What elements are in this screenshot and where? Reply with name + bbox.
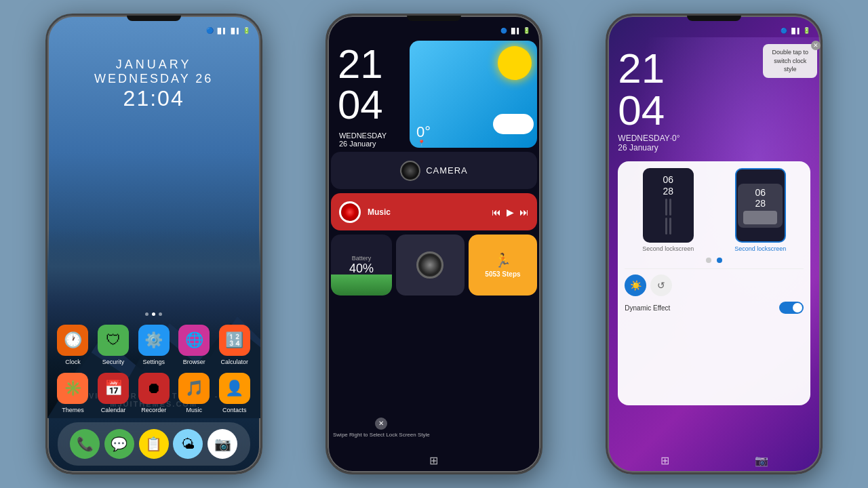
recorder-label: Recorder xyxy=(141,407,166,413)
phone2-status-bar: 🔵 ▐▌▌ 🔋 xyxy=(328,21,540,37)
contacts-icon: 👤 xyxy=(219,373,250,404)
calculator-icon: 🔢 xyxy=(219,325,250,356)
app-calendar[interactable]: 📅 Calendar xyxy=(96,373,131,413)
widget-day: WEDNESDAY xyxy=(339,131,406,140)
play-icon[interactable]: ▶ xyxy=(507,207,514,218)
widget-camera2[interactable] xyxy=(396,235,465,296)
dynamic-section: ☀️ ↺ Dynamic Effect xyxy=(625,268,804,314)
ls-option2[interactable]: 06 28 Second lockscreen xyxy=(717,168,804,252)
steps-count: 5053 Steps xyxy=(485,270,520,278)
signal-icon: ▐▌▌ xyxy=(216,28,227,34)
widget-date: WEDNESDAY 26 January xyxy=(331,131,406,148)
p2-apps-icon[interactable]: ⊞ xyxy=(429,454,438,467)
prev-icon[interactable]: ⏮ xyxy=(492,207,501,218)
battery-label: Battery xyxy=(349,255,374,262)
app-security[interactable]: 🛡 Security xyxy=(96,325,131,365)
clock-icon: 🕐 xyxy=(57,325,88,356)
clock-time: 21 04 xyxy=(338,44,399,125)
phone3-content: ✕ Double tap to switch clock style 21 04… xyxy=(608,37,821,449)
bottom-dock: 📞 💬 📋 🌤 📷 xyxy=(58,422,250,466)
calendar-label: Calendar xyxy=(101,407,126,413)
camera2-lens-icon xyxy=(416,251,443,279)
themes-label: Themes xyxy=(62,407,84,413)
browser-icon: 🌐 xyxy=(178,325,210,356)
dock-phone[interactable]: 📞 xyxy=(70,429,100,459)
dynamic-effect-row: Dynamic Effect xyxy=(625,302,804,314)
app-clock[interactable]: 🕐 Clock xyxy=(56,325,91,365)
ls-grid-cell1 xyxy=(665,199,667,216)
app-settings[interactable]: ⚙️ Settings xyxy=(136,325,172,365)
widget-weather[interactable]: 0° 📍 xyxy=(410,41,537,148)
sun-icon xyxy=(498,46,532,80)
p3-battery-icon: 🔋 xyxy=(803,27,810,34)
ls-preview2: 06 28 xyxy=(735,168,786,243)
phone3-status-bar: 🔵 ▐▌▌ 🔋 xyxy=(608,21,821,37)
music-controls: ⏮ ▶ ⏭ xyxy=(492,207,529,218)
phone2-content: 21 04 WEDNESDAY 26 January 0° 📍 xyxy=(328,37,540,449)
date-month: JANUARY xyxy=(47,58,260,72)
ls-grid xyxy=(663,197,674,237)
widget-date-text: 26 January xyxy=(339,140,406,148)
time-display: 21:04 xyxy=(47,86,260,111)
apps-grid-row1: 🕐 Clock 🛡 Security ⚙️ Settings 🌐 Browser… xyxy=(47,319,260,371)
themes-icon: ✳️ xyxy=(57,373,88,404)
widget-row-top: 21 04 WEDNESDAY 26 January 0° 📍 xyxy=(331,41,537,148)
music-icon: 🎵 xyxy=(178,373,210,404)
p3-apps-icon[interactable]: ⊞ xyxy=(660,454,669,467)
ls-option1-label: Second lockscreen xyxy=(642,245,694,252)
battery-bar xyxy=(331,274,392,296)
app-recorder[interactable]: ⏺ Recorder xyxy=(136,373,172,413)
next-icon[interactable]: ⏭ xyxy=(519,207,529,218)
contacts-label: Contacts xyxy=(222,407,247,413)
p3-camera-icon[interactable]: 📷 xyxy=(755,454,768,467)
app-themes[interactable]: ✳️ Themes xyxy=(56,373,91,413)
bluetooth-icon: 🔵 xyxy=(206,27,214,34)
app-browser[interactable]: 🌐 Browser xyxy=(176,325,212,365)
dock-weather[interactable]: 🌤 xyxy=(173,429,203,459)
widget-row-music: Music ⏮ ▶ ⏭ xyxy=(331,193,537,230)
selection-dots xyxy=(625,258,804,263)
ls-preview1-clock: 06 28 xyxy=(663,174,674,237)
widget-steps: 🏃 5053 Steps xyxy=(469,235,537,296)
phone3-bottom: ⊞ 📷 xyxy=(608,449,821,472)
music-vinyl-icon xyxy=(339,201,361,223)
weather-temp: 0° xyxy=(416,123,431,141)
page-dot-3 xyxy=(159,312,162,316)
phone1: 🔵 ▐▌▌ ▐▌▌ 🔋 JANUARY WEDNESDAY 26 21:04 xyxy=(45,14,262,474)
security-label: Security xyxy=(102,359,125,365)
ls-option1[interactable]: 06 28 Second lockscreen xyxy=(625,168,711,252)
phone2: 🔵 ▐▌▌ 🔋 21 04 WEDNESDAY 26 Jan xyxy=(326,14,542,474)
dynamic-effect-toggle[interactable] xyxy=(779,302,804,314)
widget-row-camera: CAMERA xyxy=(331,152,537,189)
style-btn-sun[interactable]: ☀️ xyxy=(625,274,646,296)
widget-music[interactable]: Music ⏮ ▶ ⏭ xyxy=(331,193,537,230)
app-calculator[interactable]: 🔢 Calculator xyxy=(217,325,252,365)
app-music[interactable]: 🎵 Music xyxy=(176,373,212,413)
lockscreen-options: 06 28 Second lockscreen xyxy=(625,168,804,252)
signal2-icon: ▐▌▌ xyxy=(229,28,241,34)
browser-label: Browser xyxy=(183,359,205,365)
sun-style-icon: ☀️ xyxy=(630,280,642,291)
battery-pct: 40% xyxy=(349,262,374,276)
dynamic-effect-label: Dynamic Effect xyxy=(625,304,670,312)
ls-grid-cell3 xyxy=(665,218,667,235)
location-pin: 📍 xyxy=(418,140,425,146)
widget-clock: 21 04 xyxy=(331,41,406,129)
swipe-hint: ✕ Swipe Right to Select Lock Screen Styl… xyxy=(333,418,430,439)
dock-camera[interactable]: 📷 xyxy=(208,429,237,459)
phone1-content: JANUARY WEDNESDAY 26 21:04 VISIT FOR MOR… xyxy=(47,37,260,472)
double-tap-tooltip: ✕ Double tap to switch clock style xyxy=(763,44,817,78)
music-label: Music xyxy=(186,407,202,413)
style-btn-rotate[interactable]: ↺ xyxy=(650,274,672,296)
widget-camera[interactable]: CAMERA xyxy=(331,152,537,189)
swipe-close-btn[interactable]: ✕ xyxy=(375,418,387,430)
dock-notes[interactable]: 📋 xyxy=(139,429,169,459)
security-icon: 🛡 xyxy=(98,325,129,356)
dock-messages[interactable]: 💬 xyxy=(104,429,134,459)
status-icons: 🔵 ▐▌▌ ▐▌▌ 🔋 xyxy=(206,27,250,34)
app-contacts[interactable]: 👤 Contacts xyxy=(217,373,252,413)
p3-clock-min: 04 xyxy=(618,89,810,131)
tooltip-text: Double tap to switch clock style xyxy=(772,49,809,73)
camera-label: CAMERA xyxy=(426,165,468,176)
style-buttons: ☀️ ↺ xyxy=(625,274,804,296)
